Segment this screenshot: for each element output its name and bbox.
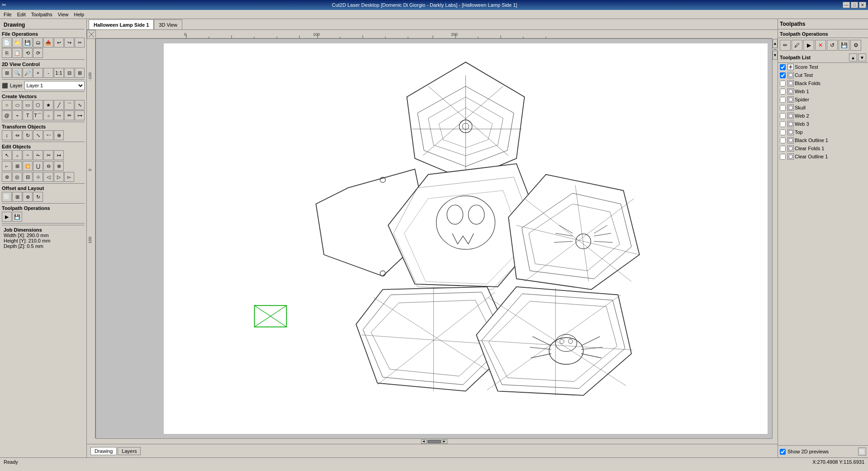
tp-draw-button[interactable]: 🖊 [792, 40, 802, 51]
toolpath-checkbox-black-outline1[interactable] [780, 138, 786, 143]
scroll-right-button[interactable]: ► [442, 439, 447, 444]
subtract-button[interactable]: ⊖ [43, 161, 53, 171]
tab-halloween-lamp[interactable]: Halloween Lamp Side 1 [89, 19, 154, 29]
zoom-out-button[interactable]: - [43, 68, 53, 78]
zoom-fit-button[interactable]: ⊞ [2, 68, 12, 78]
drawing-canvas[interactable] [96, 39, 772, 438]
explode-button[interactable]: 💥 [23, 161, 33, 171]
tangent-button[interactable]: ▷ [54, 172, 64, 182]
layer-select[interactable]: Layer 1 [24, 81, 85, 90]
draw-bezier-button[interactable]: ⌁ [12, 110, 22, 120]
draw-line-button[interactable]: ╱ [54, 100, 64, 110]
fillet-button[interactable]: ⌐ [2, 161, 12, 171]
draw-arc-button[interactable]: ⌒ [64, 100, 74, 110]
toolpath-checkbox-spider[interactable] [780, 97, 786, 103]
toolpath-item-spider[interactable]: Spider [778, 95, 868, 104]
toolpath-item-score-test[interactable]: Score Test [778, 63, 868, 71]
draw-text-curve-button[interactable]: T⌒ [33, 110, 43, 120]
cusp-button[interactable]: ◁ [43, 172, 53, 182]
toolpath-checkbox-cut-test[interactable] [780, 72, 786, 78]
zoom-in-button[interactable]: + [33, 68, 43, 78]
redo-button[interactable]: ↪ [64, 38, 74, 48]
scroll-thumb-vertical[interactable] [773, 49, 777, 50]
toolpath-item-black-folds[interactable]: Black Folds [778, 79, 868, 87]
scroll-down-button[interactable]: ▼ [773, 51, 778, 60]
draw-circle-button[interactable]: ○ [2, 100, 12, 110]
menu-view[interactable]: View [55, 11, 71, 18]
tp-save-button[interactable]: 💾 [839, 40, 849, 51]
nesting-button[interactable]: ⊟ [23, 172, 33, 182]
tp-settings-button[interactable]: ⚙ [850, 40, 861, 51]
tab-drawing[interactable]: Drawing [90, 447, 117, 455]
zoom-in-box-button[interactable]: 🔍 [12, 68, 22, 78]
node-edit-button[interactable]: ⬦ [43, 110, 53, 120]
scroll-left-button[interactable]: ◄ [421, 439, 427, 444]
scroll-thumb-horizontal[interactable] [427, 440, 441, 443]
zoom-100-button[interactable]: 1:1 [54, 68, 64, 78]
toolpath-item-black-outline1[interactable]: Black Outline 1 [778, 136, 868, 144]
redo2-button[interactable]: ⟳ [33, 48, 43, 58]
toolpath-checkbox-clear-folds1[interactable] [780, 146, 786, 152]
maximize-button[interactable]: □ [851, 2, 858, 8]
open-file-button[interactable]: 📁 [12, 38, 22, 48]
draw-rect-button[interactable]: ▭ [23, 100, 33, 110]
draw-ellipse-button[interactable]: ⬭ [12, 100, 22, 110]
mirror-button[interactable]: ⇔ [12, 130, 22, 140]
offset-layout-button[interactable]: ⬜ [2, 192, 12, 202]
open-folder-button[interactable]: 🗂 [33, 38, 43, 48]
toolpath-checkbox-score-test[interactable] [780, 64, 786, 70]
menu-help[interactable]: Help [71, 11, 87, 18]
close-button[interactable]: ✕ [859, 2, 866, 8]
toolpath-item-web1[interactable]: Web 1 [778, 87, 868, 95]
cut-button[interactable]: ✂ [75, 38, 85, 48]
zoom-out-box-button[interactable]: 🔎 [23, 68, 33, 78]
poly-button[interactable]: ▻ [64, 172, 74, 182]
toolpath-checkbox-black-folds[interactable] [780, 81, 786, 86]
minimize-button[interactable]: — [843, 2, 850, 8]
join-button[interactable]: ⊞ [12, 161, 22, 171]
move-button[interactable]: ↕ [2, 130, 12, 140]
toolpath-item-skull[interactable]: Skull [778, 104, 868, 112]
toolpath-checkbox-top[interactable] [780, 129, 786, 135]
toolpath-checkbox-web3[interactable] [780, 121, 786, 127]
toolpath-item-top[interactable]: Top [778, 128, 868, 136]
grid-button[interactable]: ⊞ [75, 68, 85, 78]
menu-file[interactable]: File [1, 11, 14, 18]
tp-list-up-button[interactable]: ▲ [849, 53, 857, 62]
smart-join-button[interactable]: ⊹ [33, 172, 43, 182]
draw-wave-button[interactable]: ∿ [75, 100, 85, 110]
toolpath-checkbox-web2[interactable] [780, 113, 786, 119]
toolpath-checkbox-skull[interactable] [780, 105, 786, 111]
paste-button[interactable]: 📋 [12, 48, 22, 58]
draw-star-button[interactable]: ★ [43, 100, 53, 110]
align-button[interactable]: ⊶ [75, 110, 85, 120]
draw-polygon-button[interactable]: ⬡ [33, 100, 43, 110]
weld-button[interactable]: ⋃ [33, 161, 43, 171]
break-button[interactable]: ✁ [33, 150, 43, 160]
scrollbar-right[interactable]: ▲ ▼ [772, 39, 778, 438]
import-button[interactable]: 📥 [43, 38, 53, 48]
show-2d-checkbox[interactable] [780, 449, 786, 455]
rotate-layout-button[interactable]: ↻ [33, 192, 43, 202]
expand-button[interactable]: ⬜ [858, 447, 866, 456]
new-file-button[interactable]: 📄 [2, 38, 12, 48]
smooth-button[interactable]: ~ [23, 150, 33, 160]
offset-button[interactable]: ⊚ [2, 172, 12, 182]
undo-button[interactable]: ↩ [54, 38, 64, 48]
freehand-button[interactable]: ✏ [64, 110, 74, 120]
tp-edit-button[interactable]: ✏ [780, 40, 791, 51]
skew-button[interactable]: ⬳ [43, 130, 53, 140]
intersect-button[interactable]: ⊗ [54, 161, 64, 171]
tab-3d-view[interactable]: 3D View [154, 19, 182, 29]
toolpath-item-web3[interactable]: Web 3 [778, 120, 868, 128]
toolpath-checkbox-web1[interactable] [780, 89, 786, 95]
toolpath-item-cut-test[interactable]: Cut Test [778, 71, 868, 79]
contour-button[interactable]: ◎ [12, 172, 22, 182]
select-button[interactable]: ↖ [2, 150, 12, 160]
rotate-button[interactable]: ↻ [23, 130, 33, 140]
position-button[interactable]: ⊕ [23, 192, 33, 202]
toolpath-save-button[interactable]: 💾 [12, 212, 22, 222]
undo2-button[interactable]: ⟲ [23, 48, 33, 58]
tab-layers[interactable]: Layers [118, 447, 141, 455]
toolpath-checkbox-clear-outline1[interactable] [780, 154, 786, 160]
